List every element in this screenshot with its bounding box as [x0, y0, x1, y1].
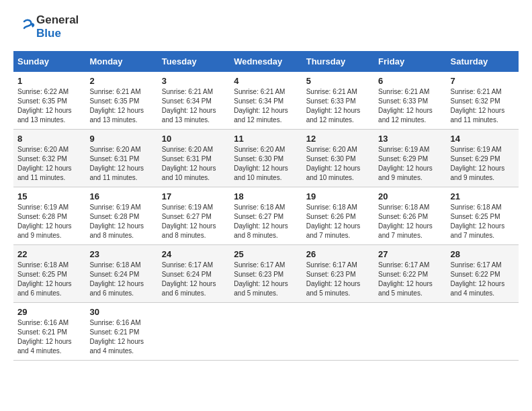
calendar-cell: 18Sunrise: 6:18 AMSunset: 6:27 PMDayligh…: [230, 187, 302, 245]
day-number: 23: [89, 249, 153, 259]
calendar-cell: 27Sunrise: 6:17 AMSunset: 6:22 PMDayligh…: [374, 245, 446, 303]
calendar-cell: 9Sunrise: 6:20 AMSunset: 6:31 PMDaylight…: [85, 130, 157, 187]
day-info: Sunrise: 6:19 AMSunset: 6:27 PMDaylight:…: [162, 203, 226, 240]
logo-svg-container: General Blue: [13, 13, 79, 40]
calendar-header-row: SundayMondayTuesdayWednesdayThursdayFrid…: [13, 51, 519, 72]
day-number: 11: [234, 134, 298, 144]
day-number: 6: [378, 76, 442, 86]
calendar-table: SundayMondayTuesdayWednesdayThursdayFrid…: [13, 51, 519, 361]
logo-blue-text: Blue: [36, 27, 61, 40]
day-info: Sunrise: 6:19 AMSunset: 6:29 PMDaylight:…: [451, 145, 515, 183]
header: General Blue: [13, 13, 519, 40]
day-info: Sunrise: 6:17 AMSunset: 6:24 PMDaylight:…: [162, 261, 226, 298]
day-number: 3: [162, 76, 226, 86]
day-info: Sunrise: 6:20 AMSunset: 6:31 PMDaylight:…: [162, 145, 226, 183]
calendar-cell: 26Sunrise: 6:17 AMSunset: 6:23 PMDayligh…: [302, 245, 374, 303]
calendar-cell: 15Sunrise: 6:19 AMSunset: 6:28 PMDayligh…: [13, 187, 85, 245]
day-info: Sunrise: 6:19 AMSunset: 6:29 PMDaylight:…: [378, 145, 442, 183]
logo-bird-icon: [13, 16, 35, 38]
day-info: Sunrise: 6:21 AMSunset: 6:34 PMDaylight:…: [234, 87, 298, 125]
header-tuesday: Tuesday: [158, 51, 230, 72]
header-saturday: Saturday: [447, 51, 519, 72]
day-info: Sunrise: 6:21 AMSunset: 6:34 PMDaylight:…: [162, 87, 226, 125]
calendar-cell: 10Sunrise: 6:20 AMSunset: 6:31 PMDayligh…: [158, 130, 230, 187]
calendar-cell: 19Sunrise: 6:18 AMSunset: 6:26 PMDayligh…: [302, 187, 374, 245]
week-row-1: 1Sunrise: 6:22 AMSunset: 6:35 PMDaylight…: [13, 72, 519, 130]
week-row-3: 15Sunrise: 6:19 AMSunset: 6:28 PMDayligh…: [13, 187, 519, 245]
day-number: 26: [306, 249, 370, 259]
day-number: 22: [17, 249, 81, 259]
day-info: Sunrise: 6:17 AMSunset: 6:22 PMDaylight:…: [451, 261, 515, 298]
calendar-cell: 20Sunrise: 6:18 AMSunset: 6:26 PMDayligh…: [374, 187, 446, 245]
day-number: 13: [378, 134, 442, 144]
day-info: Sunrise: 6:18 AMSunset: 6:25 PMDaylight:…: [451, 203, 515, 240]
calendar-cell: 17Sunrise: 6:19 AMSunset: 6:27 PMDayligh…: [158, 187, 230, 245]
calendar-cell: 30Sunrise: 6:16 AMSunset: 6:21 PMDayligh…: [85, 303, 157, 361]
day-number: 24: [162, 249, 226, 259]
day-number: 29: [17, 307, 81, 317]
day-number: 17: [162, 191, 226, 201]
header-monday: Monday: [85, 51, 157, 72]
week-row-5: 29Sunrise: 6:16 AMSunset: 6:21 PMDayligh…: [13, 303, 519, 361]
day-number: 12: [306, 134, 370, 144]
calendar-cell: 23Sunrise: 6:18 AMSunset: 6:24 PMDayligh…: [85, 245, 157, 303]
header-friday: Friday: [374, 51, 446, 72]
calendar-cell: 1Sunrise: 6:22 AMSunset: 6:35 PMDaylight…: [13, 72, 85, 130]
day-info: Sunrise: 6:20 AMSunset: 6:31 PMDaylight:…: [89, 145, 153, 183]
day-number: 18: [234, 191, 298, 201]
day-number: 7: [451, 76, 515, 86]
day-info: Sunrise: 6:16 AMSunset: 6:21 PMDaylight:…: [89, 318, 153, 356]
day-number: 2: [89, 76, 153, 86]
day-number: 25: [234, 249, 298, 259]
day-number: 8: [17, 134, 81, 144]
day-number: 14: [451, 134, 515, 144]
day-number: 30: [89, 307, 153, 317]
day-info: Sunrise: 6:18 AMSunset: 6:24 PMDaylight:…: [89, 261, 153, 298]
calendar-cell: 24Sunrise: 6:17 AMSunset: 6:24 PMDayligh…: [158, 245, 230, 303]
day-info: Sunrise: 6:22 AMSunset: 6:35 PMDaylight:…: [17, 87, 81, 125]
day-number: 28: [451, 249, 515, 259]
day-info: Sunrise: 6:21 AMSunset: 6:33 PMDaylight:…: [378, 87, 442, 125]
day-info: Sunrise: 6:17 AMSunset: 6:22 PMDaylight:…: [378, 261, 442, 298]
day-info: Sunrise: 6:19 AMSunset: 6:28 PMDaylight:…: [17, 203, 81, 240]
day-number: 4: [234, 76, 298, 86]
calendar-cell: 13Sunrise: 6:19 AMSunset: 6:29 PMDayligh…: [374, 130, 446, 187]
day-number: 5: [306, 76, 370, 86]
day-number: 1: [17, 76, 81, 86]
header-wednesday: Wednesday: [230, 51, 302, 72]
day-info: Sunrise: 6:20 AMSunset: 6:32 PMDaylight:…: [17, 145, 81, 183]
day-info: Sunrise: 6:21 AMSunset: 6:33 PMDaylight:…: [306, 87, 370, 125]
calendar-cell: 8Sunrise: 6:20 AMSunset: 6:32 PMDaylight…: [13, 130, 85, 187]
day-info: Sunrise: 6:17 AMSunset: 6:23 PMDaylight:…: [306, 261, 370, 298]
calendar-cell: 7Sunrise: 6:21 AMSunset: 6:32 PMDaylight…: [447, 72, 519, 130]
day-number: 15: [17, 191, 81, 201]
header-thursday: Thursday: [302, 51, 374, 72]
calendar-cell: [447, 303, 519, 361]
calendar-cell: 22Sunrise: 6:18 AMSunset: 6:25 PMDayligh…: [13, 245, 85, 303]
day-info: Sunrise: 6:18 AMSunset: 6:27 PMDaylight:…: [234, 203, 298, 240]
logo-general-text: General: [36, 13, 79, 26]
week-row-4: 22Sunrise: 6:18 AMSunset: 6:25 PMDayligh…: [13, 245, 519, 303]
day-info: Sunrise: 6:21 AMSunset: 6:35 PMDaylight:…: [89, 87, 153, 125]
logo: General Blue: [13, 13, 79, 40]
day-number: 27: [378, 249, 442, 259]
calendar-cell: [302, 303, 374, 361]
calendar-cell: 12Sunrise: 6:20 AMSunset: 6:30 PMDayligh…: [302, 130, 374, 187]
calendar-cell: 29Sunrise: 6:16 AMSunset: 6:21 PMDayligh…: [13, 303, 85, 361]
calendar-cell: [230, 303, 302, 361]
calendar-cell: 25Sunrise: 6:17 AMSunset: 6:23 PMDayligh…: [230, 245, 302, 303]
calendar-cell: 16Sunrise: 6:19 AMSunset: 6:28 PMDayligh…: [85, 187, 157, 245]
day-info: Sunrise: 6:16 AMSunset: 6:21 PMDaylight:…: [17, 318, 81, 356]
day-info: Sunrise: 6:19 AMSunset: 6:28 PMDaylight:…: [89, 203, 153, 240]
calendar-cell: 21Sunrise: 6:18 AMSunset: 6:25 PMDayligh…: [447, 187, 519, 245]
day-number: 21: [451, 191, 515, 201]
day-number: 20: [378, 191, 442, 201]
calendar-cell: 14Sunrise: 6:19 AMSunset: 6:29 PMDayligh…: [447, 130, 519, 187]
calendar-cell: 28Sunrise: 6:17 AMSunset: 6:22 PMDayligh…: [447, 245, 519, 303]
calendar-cell: 6Sunrise: 6:21 AMSunset: 6:33 PMDaylight…: [374, 72, 446, 130]
day-number: 19: [306, 191, 370, 201]
day-info: Sunrise: 6:21 AMSunset: 6:32 PMDaylight:…: [451, 87, 515, 125]
day-info: Sunrise: 6:17 AMSunset: 6:23 PMDaylight:…: [234, 261, 298, 298]
calendar-cell: 5Sunrise: 6:21 AMSunset: 6:33 PMDaylight…: [302, 72, 374, 130]
day-info: Sunrise: 6:20 AMSunset: 6:30 PMDaylight:…: [306, 145, 370, 183]
